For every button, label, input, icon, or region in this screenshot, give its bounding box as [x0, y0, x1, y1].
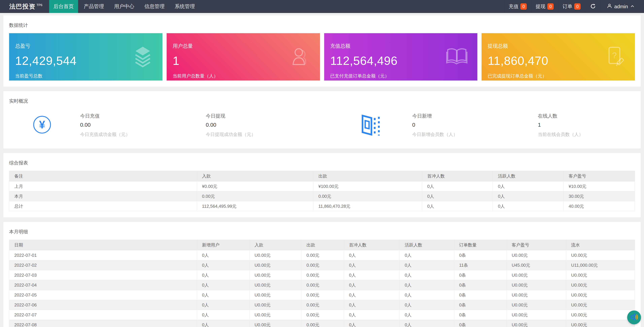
online-users-stat: 在线人数 1 当前在线会员数（人） [538, 113, 635, 137]
table-cell: U0.00元 [506, 310, 566, 320]
stat-value: 0.00 [80, 122, 177, 128]
table-cell: U0.00元 [566, 270, 635, 280]
column-header: 活跃人数 [493, 171, 564, 181]
user-name: admin [614, 4, 628, 10]
table-cell: U0.00元 [250, 310, 302, 320]
table-row: 2022-07-030人U0.00元0.00元0人0人0条U0.00元U0.00… [9, 270, 635, 280]
menu-item-label: 产品管理 [84, 3, 104, 10]
table-cell: 0.00元 [301, 320, 344, 327]
table-cell: 2022-07-07 [9, 310, 197, 320]
table-cell: 0条 [454, 280, 506, 290]
total-withdraw-card: 提现总额 11,860,470 已完成提现订单总金额（元） ? [482, 33, 635, 81]
table-cell: 0人 [197, 300, 250, 310]
table-cell: 0人 [400, 280, 454, 290]
main-menu: 后台首页 产品管理 用户中心 信息管理 系统管理 [49, 0, 201, 13]
table-cell: 上月 [9, 181, 197, 191]
table-cell: U0.00元 [566, 280, 635, 290]
column-header: 首冲人数 [344, 240, 400, 250]
table-cell: 0人 [344, 250, 400, 260]
report-title: 综合报表 [9, 160, 635, 166]
table-cell: 0.00元 [301, 270, 344, 280]
table-cell: U0.00元 [506, 280, 566, 290]
column-header: 客户盈亏 [506, 240, 566, 250]
announcement-fab-button[interactable] [627, 310, 641, 324]
table-cell: U0.00元 [250, 300, 302, 310]
table-cell: U0.00元 [250, 270, 302, 280]
total-profit-card: 总盈亏 12,429,544 当前盈亏总数 [9, 33, 162, 81]
table-cell: 2022-07-03 [9, 270, 197, 280]
table-row: 2022-07-050人U0.00元0.00元0人0人0条U0.00元U0.00… [9, 290, 635, 300]
table-cell: U0.00元 [506, 250, 566, 260]
brand-logo[interactable]: 法巴投资 TP6 [0, 0, 49, 13]
table-cell: 0条 [454, 290, 506, 300]
table-cell: 11条 [454, 260, 506, 270]
column-header: 新增用户 [197, 240, 250, 250]
table-cell: 0人 [197, 270, 250, 280]
table-cell: 0人 [344, 260, 400, 270]
withdraw-notification[interactable]: 提现 0 [531, 0, 558, 13]
card-caption: 已支付充值订单总金额（元） [330, 73, 470, 79]
stat-label: 今日新增 [412, 113, 509, 119]
table-cell: U11,000.00元 [566, 260, 635, 270]
table-row: 2022-07-070人U0.00元0.00元0人0人0条U0.00元U0.00… [9, 310, 635, 320]
table-cell: 0人 [400, 320, 454, 327]
menu-item-products[interactable]: 产品管理 [80, 0, 108, 13]
realtime-title: 实时概况 [9, 98, 635, 104]
menu-item-information[interactable]: 信息管理 [140, 0, 169, 13]
layers-icon [133, 46, 153, 68]
table-cell: 0人 [344, 300, 400, 310]
order-count-badge: 0 [574, 3, 580, 10]
brand-version: TP6 [36, 3, 42, 7]
table-cell: 0.00元 [301, 300, 344, 310]
stat-caption: 今日提现成功金额（元） [206, 131, 303, 137]
table-cell: 0.00元 [301, 250, 344, 260]
stat-label: 在线人数 [538, 113, 635, 119]
brand-name: 法巴投资 [9, 2, 36, 11]
table-cell: 0人 [422, 191, 493, 201]
column-header: 流水 [566, 240, 635, 250]
user-dropdown[interactable]: admin [601, 0, 644, 13]
svg-text:?: ? [612, 51, 617, 60]
table-cell: 0人 [422, 181, 493, 191]
menu-item-label: 信息管理 [144, 3, 164, 10]
notification-label: 提现 [536, 3, 545, 10]
column-header: 活跃人数 [400, 240, 454, 250]
notification-label: 充值 [509, 3, 518, 10]
notification-label: 订单 [562, 3, 572, 10]
stat-value: 1 [538, 122, 635, 128]
stat-label: 今日充值 [80, 113, 177, 119]
table-row: 2022-07-010人U0.00元0.00元0人0人0条U0.00元U0.00… [9, 250, 635, 260]
table-cell: 0条 [454, 300, 506, 310]
table-cell: 0人 [493, 181, 564, 191]
book-icon [446, 47, 468, 67]
menu-item-system[interactable]: 系统管理 [170, 0, 199, 13]
withdraw-count-badge: 0 [548, 3, 554, 10]
menu-item-home[interactable]: 后台首页 [49, 0, 78, 13]
table-cell: U0.00元 [566, 290, 635, 300]
table-cell: 0人 [344, 320, 400, 327]
card-caption: 已完成提现订单总金额（元） [488, 73, 627, 79]
table-cell: ¥10.00元 [564, 181, 635, 191]
table-cell: 0人 [197, 320, 250, 327]
order-notification[interactable]: 订单 0 [558, 0, 585, 13]
table-cell: 0人 [422, 201, 493, 211]
recharge-notification[interactable]: 充值 0 [504, 0, 531, 13]
navbar-right: 充值 0 提现 0 订单 0 admin [504, 0, 644, 13]
column-header: 订单数量 [454, 240, 506, 250]
menu-item-users[interactable]: 用户中心 [110, 0, 139, 13]
column-header: 日期 [9, 240, 197, 250]
table-cell: 本月 [9, 191, 197, 201]
table-cell: U0.00元 [506, 290, 566, 300]
document-question-icon: ? [605, 46, 625, 68]
table-cell: U0.00元 [506, 300, 566, 310]
table-cell: 0人 [400, 270, 454, 280]
table-cell: 30.00元 [564, 191, 635, 201]
table-header-row: 日期新增用户入款出款首冲人数活跃人数订单数量客户盈亏流水 [9, 240, 635, 250]
month-detail-panel: 本月明细 日期新增用户入款出款首冲人数活跃人数订单数量客户盈亏流水2022-07… [3, 222, 641, 327]
refresh-button[interactable] [585, 0, 601, 13]
month-detail-table: 日期新增用户入款出款首冲人数活跃人数订单数量客户盈亏流水2022-07-010人… [9, 240, 635, 327]
table-cell: ¥0.00元 [197, 181, 313, 191]
table-row: 总计112,564,495.99元11,860,470.28元0人0人40.00… [9, 201, 635, 211]
stat-value: 0 [412, 122, 509, 128]
realtime-panel: 实时概况 ¥ 今日充值 0.00 今日充值成功金额（元） 今日提现 0.00 今… [3, 91, 641, 148]
